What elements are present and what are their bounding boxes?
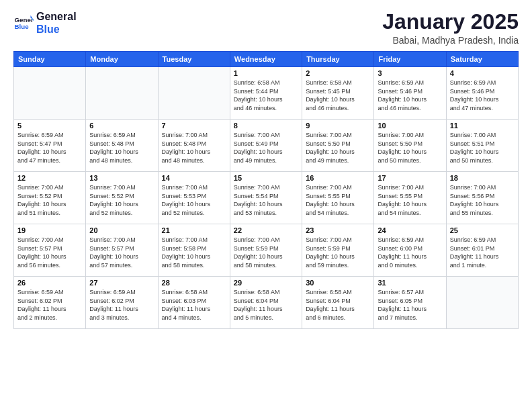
day-number: 18	[450, 174, 515, 182]
month-title: January 2025	[382, 10, 519, 34]
day-number: 14	[162, 174, 226, 182]
logo: General Blue General Blue	[13, 10, 77, 36]
table-row: 5Sunrise: 6:59 AM Sunset: 5:47 PM Daylig…	[14, 120, 86, 172]
table-row: 12Sunrise: 7:00 AM Sunset: 5:52 PM Dayli…	[14, 172, 86, 224]
calendar-week-2: 5Sunrise: 6:59 AM Sunset: 5:47 PM Daylig…	[14, 120, 519, 172]
day-number: 17	[378, 174, 442, 182]
table-row: 7Sunrise: 7:00 AM Sunset: 5:48 PM Daylig…	[158, 120, 230, 172]
title-block: January 2025 Babai, Madhya Pradesh, Indi…	[382, 10, 519, 46]
day-info: Sunrise: 6:58 AM Sunset: 5:45 PM Dayligh…	[306, 79, 370, 112]
day-info: Sunrise: 6:59 AM Sunset: 6:01 PM Dayligh…	[450, 236, 515, 269]
day-number: 27	[89, 279, 154, 287]
calendar-week-4: 19Sunrise: 7:00 AM Sunset: 5:57 PM Dayli…	[14, 224, 519, 277]
day-info: Sunrise: 7:00 AM Sunset: 5:59 PM Dayligh…	[306, 236, 370, 269]
day-info: Sunrise: 6:59 AM Sunset: 6:02 PM Dayligh…	[89, 288, 154, 322]
col-friday: Friday	[374, 52, 446, 67]
day-number: 22	[234, 226, 298, 234]
table-row: 21Sunrise: 7:00 AM Sunset: 5:58 PM Dayli…	[158, 224, 230, 277]
day-info: Sunrise: 6:58 AM Sunset: 6:04 PM Dayligh…	[306, 288, 370, 322]
day-number: 12	[17, 174, 82, 182]
table-row: 10Sunrise: 7:00 AM Sunset: 5:50 PM Dayli…	[374, 120, 446, 172]
day-number: 29	[234, 279, 298, 287]
table-row: 31Sunrise: 6:57 AM Sunset: 6:05 PM Dayli…	[374, 277, 446, 329]
table-row	[86, 67, 158, 120]
day-info: Sunrise: 7:00 AM Sunset: 5:48 PM Dayligh…	[162, 131, 226, 165]
day-number: 8	[234, 122, 298, 130]
calendar: Sunday Monday Tuesday Wednesday Thursday…	[13, 51, 519, 329]
day-info: Sunrise: 7:00 AM Sunset: 5:49 PM Dayligh…	[234, 131, 298, 165]
day-number: 16	[306, 174, 370, 182]
table-row: 8Sunrise: 7:00 AM Sunset: 5:49 PM Daylig…	[230, 120, 302, 172]
location: Babai, Madhya Pradesh, India	[382, 35, 519, 46]
table-row	[446, 277, 518, 329]
day-info: Sunrise: 7:00 AM Sunset: 5:55 PM Dayligh…	[378, 183, 442, 217]
header: General Blue General Blue January 2025 B…	[13, 10, 519, 46]
table-row: 29Sunrise: 6:58 AM Sunset: 6:04 PM Dayli…	[230, 277, 302, 329]
table-row: 30Sunrise: 6:58 AM Sunset: 6:04 PM Dayli…	[302, 277, 374, 329]
day-number: 23	[306, 226, 370, 234]
col-thursday: Thursday	[302, 52, 374, 67]
day-info: Sunrise: 7:00 AM Sunset: 5:57 PM Dayligh…	[17, 236, 82, 269]
col-wednesday: Wednesday	[230, 52, 302, 67]
table-row: 9Sunrise: 7:00 AM Sunset: 5:50 PM Daylig…	[302, 120, 374, 172]
calendar-week-1: 1Sunrise: 6:58 AM Sunset: 5:44 PM Daylig…	[14, 67, 519, 120]
table-row: 13Sunrise: 7:00 AM Sunset: 5:52 PM Dayli…	[86, 172, 158, 224]
logo-blue: Blue	[36, 24, 60, 35]
table-row: 28Sunrise: 6:58 AM Sunset: 6:03 PM Dayli…	[158, 277, 230, 329]
table-row: 19Sunrise: 7:00 AM Sunset: 5:57 PM Dayli…	[14, 224, 86, 277]
table-row: 3Sunrise: 6:59 AM Sunset: 5:46 PM Daylig…	[374, 67, 446, 120]
day-info: Sunrise: 6:59 AM Sunset: 5:48 PM Dayligh…	[89, 131, 154, 165]
table-row	[158, 67, 230, 120]
day-number: 10	[378, 122, 442, 130]
day-number: 26	[17, 279, 82, 287]
calendar-week-5: 26Sunrise: 6:59 AM Sunset: 6:02 PM Dayli…	[14, 277, 519, 329]
day-number: 13	[89, 174, 154, 182]
day-info: Sunrise: 6:57 AM Sunset: 6:05 PM Dayligh…	[378, 288, 442, 322]
table-row: 16Sunrise: 7:00 AM Sunset: 5:55 PM Dayli…	[302, 172, 374, 224]
day-info: Sunrise: 6:58 AM Sunset: 6:04 PM Dayligh…	[234, 288, 298, 322]
day-number: 11	[450, 122, 515, 130]
calendar-week-3: 12Sunrise: 7:00 AM Sunset: 5:52 PM Dayli…	[14, 172, 519, 224]
day-info: Sunrise: 7:00 AM Sunset: 5:52 PM Dayligh…	[89, 183, 154, 217]
day-info: Sunrise: 6:59 AM Sunset: 6:02 PM Dayligh…	[17, 288, 82, 322]
day-info: Sunrise: 6:59 AM Sunset: 5:46 PM Dayligh…	[378, 79, 442, 112]
day-info: Sunrise: 7:00 AM Sunset: 5:54 PM Dayligh…	[234, 183, 298, 217]
col-tuesday: Tuesday	[158, 52, 230, 67]
col-sunday: Sunday	[14, 52, 86, 67]
table-row: 22Sunrise: 7:00 AM Sunset: 5:59 PM Dayli…	[230, 224, 302, 277]
day-number: 24	[378, 226, 442, 234]
day-number: 19	[17, 226, 82, 234]
day-number: 4	[450, 69, 515, 77]
day-number: 21	[162, 226, 226, 234]
day-info: Sunrise: 7:00 AM Sunset: 5:55 PM Dayligh…	[306, 183, 370, 217]
table-row: 27Sunrise: 6:59 AM Sunset: 6:02 PM Dayli…	[86, 277, 158, 329]
day-info: Sunrise: 6:58 AM Sunset: 6:03 PM Dayligh…	[162, 288, 226, 322]
table-row: 26Sunrise: 6:59 AM Sunset: 6:02 PM Dayli…	[14, 277, 86, 329]
day-info: Sunrise: 7:00 AM Sunset: 5:50 PM Dayligh…	[378, 131, 442, 165]
calendar-header-row: Sunday Monday Tuesday Wednesday Thursday…	[14, 52, 519, 67]
table-row: 23Sunrise: 7:00 AM Sunset: 5:59 PM Dayli…	[302, 224, 374, 277]
day-number: 15	[234, 174, 298, 182]
day-info: Sunrise: 6:59 AM Sunset: 5:47 PM Dayligh…	[17, 131, 82, 165]
day-info: Sunrise: 7:00 AM Sunset: 5:57 PM Dayligh…	[89, 236, 154, 269]
table-row: 1Sunrise: 6:58 AM Sunset: 5:44 PM Daylig…	[230, 67, 302, 120]
table-row: 24Sunrise: 6:59 AM Sunset: 6:00 PM Dayli…	[374, 224, 446, 277]
day-number: 28	[162, 279, 226, 287]
day-info: Sunrise: 7:00 AM Sunset: 5:58 PM Dayligh…	[162, 236, 226, 269]
day-info: Sunrise: 6:59 AM Sunset: 6:00 PM Dayligh…	[378, 236, 442, 269]
table-row: 15Sunrise: 7:00 AM Sunset: 5:54 PM Dayli…	[230, 172, 302, 224]
table-row: 25Sunrise: 6:59 AM Sunset: 6:01 PM Dayli…	[446, 224, 518, 277]
table-row: 20Sunrise: 7:00 AM Sunset: 5:57 PM Dayli…	[86, 224, 158, 277]
day-number: 20	[89, 226, 154, 234]
day-info: Sunrise: 6:58 AM Sunset: 5:44 PM Dayligh…	[234, 79, 298, 112]
logo-general: General	[36, 11, 77, 22]
day-info: Sunrise: 7:00 AM Sunset: 5:53 PM Dayligh…	[162, 183, 226, 217]
day-number: 3	[378, 69, 442, 77]
day-info: Sunrise: 6:59 AM Sunset: 5:46 PM Dayligh…	[450, 79, 515, 112]
day-number: 31	[378, 279, 442, 287]
day-number: 1	[234, 69, 298, 77]
table-row: 6Sunrise: 6:59 AM Sunset: 5:48 PM Daylig…	[86, 120, 158, 172]
table-row: 14Sunrise: 7:00 AM Sunset: 5:53 PM Dayli…	[158, 172, 230, 224]
day-info: Sunrise: 7:00 AM Sunset: 5:59 PM Dayligh…	[234, 236, 298, 269]
svg-text:Blue: Blue	[15, 23, 30, 30]
